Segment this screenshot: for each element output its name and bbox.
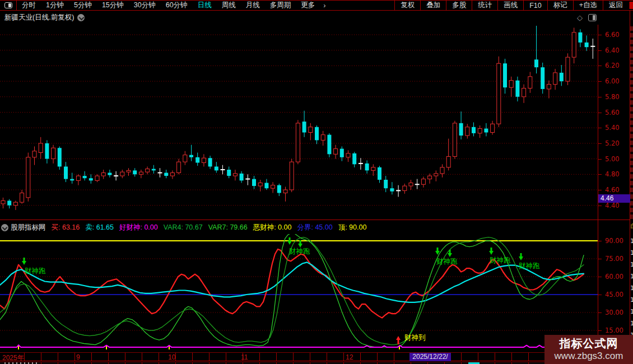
period-tab-5分钟[interactable]: 5分钟 bbox=[69, 1, 97, 10]
tool-button-+自选[interactable]: +自选 bbox=[573, 1, 603, 10]
axis-tick-mark bbox=[598, 128, 602, 128]
watermark-url: www.zbgs3.com bbox=[555, 350, 623, 362]
candlestick bbox=[509, 77, 513, 97]
candlestick bbox=[264, 179, 268, 190]
pane-separator-line bbox=[0, 220, 630, 220]
candlestick bbox=[590, 39, 595, 59]
price-axis-label: 6.60 bbox=[605, 31, 620, 39]
indicator-axis-label: 15.00 bbox=[605, 326, 623, 334]
candlestick bbox=[384, 176, 388, 192]
candlestick bbox=[515, 77, 519, 101]
period-tab-30分钟[interactable]: 30分钟 bbox=[129, 1, 161, 10]
candlestick bbox=[1, 198, 5, 208]
candlestick bbox=[32, 146, 36, 165]
axis-tick-mark bbox=[598, 50, 602, 51]
price-axis-label: 6.40 bbox=[605, 46, 620, 54]
caishen-run-label: 财神跑 bbox=[436, 258, 458, 265]
indicator-axis-label: 90.00 bbox=[605, 237, 623, 245]
candlestick bbox=[440, 164, 444, 178]
chevron-down-icon[interactable] bbox=[1, 224, 8, 231]
candlestick bbox=[396, 185, 401, 197]
tool-button-叠加[interactable]: 叠加 bbox=[420, 1, 446, 10]
layout-toggle-button[interactable] bbox=[0, 1, 17, 10]
candlestick bbox=[327, 133, 331, 157]
candlestick bbox=[177, 159, 181, 175]
candlestick bbox=[560, 65, 564, 86]
indicator-param-买: 买: 63.16 bbox=[52, 223, 80, 232]
axis-tick-mark bbox=[598, 312, 602, 313]
chevron-down-icon[interactable] bbox=[77, 14, 85, 21]
panel-layout-icon[interactable] bbox=[588, 14, 597, 21]
indicator-line bbox=[0, 345, 584, 347]
stock-title: 新疆天业(日线.前复权) bbox=[4, 13, 74, 22]
axis-tick-mark bbox=[598, 295, 602, 295]
period-tab-分时[interactable]: 分时 bbox=[17, 1, 41, 10]
candlestick bbox=[20, 190, 24, 204]
clipped-bottom-row bbox=[0, 362, 630, 364]
candlestick bbox=[95, 174, 99, 182]
period-tab-多周期[interactable]: 多周期 bbox=[265, 1, 296, 10]
candlestick bbox=[252, 176, 256, 189]
candlestick bbox=[13, 200, 17, 210]
axis-tick-mark bbox=[598, 174, 602, 175]
candlestick bbox=[534, 26, 538, 73]
candlestick bbox=[497, 57, 501, 127]
candlestick bbox=[146, 166, 150, 174]
period-tab-1分钟[interactable]: 1分钟 bbox=[41, 1, 69, 10]
caishen-arrive-label: 财神到 bbox=[404, 334, 426, 342]
axis-tick-mark bbox=[598, 35, 602, 35]
clipped-digit: 1 bbox=[630, 320, 633, 327]
period-tab-15分钟[interactable]: 15分钟 bbox=[97, 1, 129, 10]
tool-button-多股[interactable]: 多股 bbox=[446, 1, 472, 10]
period-tab-月线[interactable]: 月线 bbox=[241, 1, 265, 10]
indicator-pane[interactable]: 财神跑财神跑财神跑财神跑财神跑财神到 bbox=[0, 234, 598, 352]
indicator-param-卖: 卖: 61.65 bbox=[85, 223, 114, 232]
period-tab-更多[interactable]: 更多 bbox=[296, 1, 320, 10]
candlestick bbox=[315, 125, 319, 144]
time-axis[interactable]: 2025/12/22/一 2025年9101112 bbox=[0, 353, 630, 361]
chart-title-row: 新疆天业(日线.前复权) bbox=[0, 11, 630, 24]
indicator-header[interactable]: 股朋指标网 买: 63.16卖: 61.65好财神: 0.00VAR4: 70.… bbox=[0, 222, 594, 233]
period-tab-60分钟[interactable]: 60分钟 bbox=[161, 1, 193, 10]
period-tab-日线[interactable]: 日线 bbox=[193, 1, 217, 10]
candlestick bbox=[52, 145, 55, 164]
period-tab-周线[interactable]: 周线 bbox=[217, 1, 241, 10]
candlestick bbox=[478, 125, 482, 138]
candlestick bbox=[108, 170, 111, 178]
axis-tick-mark bbox=[598, 159, 602, 160]
price-axis-label: 6.20 bbox=[605, 62, 620, 69]
sell-signal-arrow-icon bbox=[519, 253, 523, 260]
price-axis-label: 5.00 bbox=[605, 155, 620, 163]
axis-tick-mark bbox=[598, 143, 602, 144]
indicator-param-恶财神: 恶财神: 0.00 bbox=[253, 223, 292, 232]
candlestick bbox=[484, 123, 488, 137]
candlestick bbox=[127, 168, 131, 176]
tool-button-F10[interactable]: F10 bbox=[523, 1, 547, 10]
candlestick bbox=[114, 171, 118, 181]
more-arrow-icon[interactable]: › bbox=[320, 2, 329, 10]
period-tabs: 分时1分钟5分钟15分钟30分钟60分钟日线周线月线多周期更多› bbox=[17, 1, 329, 10]
time-axis-label: 10 bbox=[168, 353, 175, 361]
clipped-vertical-text bbox=[630, 26, 633, 220]
clipped-digit: 1 bbox=[630, 249, 633, 256]
tool-button-标记[interactable]: 标记 bbox=[547, 1, 573, 10]
chart-mini-icons: ◇ bbox=[577, 13, 597, 22]
main-candlestick-pane[interactable] bbox=[0, 25, 598, 220]
tool-button-返回[interactable]: 返回 bbox=[603, 1, 629, 10]
candlestick bbox=[415, 179, 420, 189]
tool-button-统计[interactable]: 统计 bbox=[472, 1, 497, 10]
candlestick bbox=[334, 145, 338, 159]
candlestick bbox=[64, 162, 68, 182]
candlestick bbox=[434, 170, 438, 181]
price-axis-label: 5.80 bbox=[605, 93, 620, 101]
diamond-icon[interactable]: ◇ bbox=[577, 13, 583, 22]
watermark-title: 指标公式网 bbox=[560, 337, 618, 350]
clipped-digit: 1 bbox=[630, 296, 633, 304]
axis-tick-mark bbox=[598, 97, 602, 97]
clipped-gold-char: 自 bbox=[630, 222, 633, 230]
candlestick bbox=[302, 111, 306, 137]
tool-button-复权[interactable]: 复权 bbox=[394, 1, 420, 10]
axis-tick-mark bbox=[598, 206, 602, 206]
tool-button-画线[interactable]: 画线 bbox=[497, 1, 523, 10]
indicator-param-分界: 分界: 45.00 bbox=[297, 223, 332, 232]
